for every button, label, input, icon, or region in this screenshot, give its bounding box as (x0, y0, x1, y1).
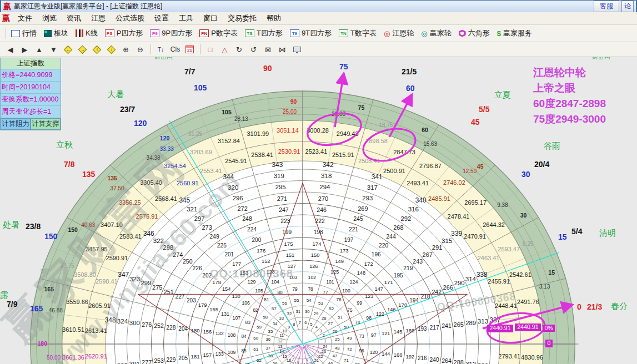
svg-text:144: 144 (382, 351, 390, 357)
zoom-out[interactable]: ⊖ (133, 44, 147, 55)
calc-resistance-button[interactable]: 计算阻力 (1, 118, 31, 130)
svg-text:129: 129 (248, 279, 256, 285)
svg-text:18: 18 (298, 362, 302, 364)
svg-text:204: 204 (178, 326, 188, 332)
collapse-tool[interactable]: ⋈ (275, 44, 289, 55)
svg-text:2793.41: 2793.41 (498, 353, 520, 360)
triangle-tool[interactable]: △ (218, 44, 232, 55)
svg-text:203: 203 (187, 297, 196, 304)
toolbar-button-9P四方形[interactable]: P99P四方形 (147, 27, 195, 39)
svg-text:172: 172 (364, 261, 373, 267)
svg-text:146: 146 (387, 307, 396, 312)
drawing-toolbar: ◀▶▲▼←→↑↓⊕⊖T↓Cls21□△↻↺⊠⋈ (0, 42, 637, 57)
svg-text:17: 17 (292, 361, 296, 364)
svg-text:152: 152 (262, 259, 270, 264)
toolbar-button-行情[interactable]: 行情 (8, 27, 39, 39)
square-tool[interactable]: □ (203, 44, 217, 55)
svg-text:58: 58 (263, 315, 268, 320)
svg-text:109: 109 (228, 350, 236, 355)
step-up[interactable]: ↑ (90, 44, 104, 55)
svg-text:98: 98 (366, 315, 372, 321)
svg-text:54: 54 (307, 298, 312, 303)
svg-text:4: 4 (315, 325, 318, 330)
svg-text:2538.41: 2538.41 (251, 151, 273, 158)
annotation-line-3: 75度2949-3000 (533, 112, 606, 127)
menu-item-9[interactable]: 帮助 (262, 13, 286, 23)
step-right[interactable]: → (76, 44, 89, 55)
toolbar-separator (6, 28, 6, 39)
svg-text:60: 60 (253, 336, 258, 341)
svg-text:130: 130 (232, 294, 240, 299)
svg-text:313: 313 (478, 317, 488, 325)
toolbar-button-赢家服务[interactable]: $赢家服务 (494, 27, 535, 39)
svg-text:171: 171 (384, 279, 393, 285)
svg-text:24: 24 (323, 344, 327, 349)
forum-button[interactable]: 论 (621, 1, 634, 12)
svg-text:2493.41: 2493.41 (407, 180, 429, 186)
svg-text:77: 77 (323, 290, 328, 295)
toolbar-button-K线[interactable]: K线 (73, 27, 101, 39)
nav-right[interactable]: ▶ (18, 44, 32, 55)
nav-down[interactable]: ▼ (47, 44, 61, 55)
menu-item-0[interactable]: 文件 (13, 13, 37, 23)
customer-service-button[interactable]: 客服 (594, 1, 619, 12)
toolbar-button-赢家轮[interactable]: ◎赢家轮 (418, 27, 454, 39)
nav-left[interactable]: ◀ (3, 44, 17, 55)
svg-text:48: 48 (335, 346, 340, 351)
toolbar-button-T四方形[interactable]: TST四方形 (242, 27, 285, 39)
svg-text:178: 178 (212, 279, 221, 285)
step-down[interactable]: ↓ (104, 44, 118, 55)
menu-item-2[interactable]: 资讯 (62, 13, 86, 23)
gann-wheel-chart-area[interactable]: 1234567891011121314151617181920212223242… (0, 57, 637, 364)
zoom-in[interactable]: ⊕ (119, 44, 133, 55)
clear-tool[interactable]: ⊠ (261, 44, 275, 55)
menu-item-8[interactable]: 交易委托 (223, 13, 262, 23)
svg-text:86: 86 (245, 362, 251, 364)
toolbar-button-9T四方形[interactable]: T99T四方形 (287, 27, 334, 39)
svg-text:30: 30 (520, 212, 527, 219)
price-time-toggle[interactable]: T↓ (154, 44, 168, 55)
toolbar-button-P数字表[interactable]: PNP数字表 (197, 27, 240, 39)
rotate-cw[interactable]: ↻ (232, 44, 246, 55)
menu-item-5[interactable]: 设置 (149, 13, 174, 23)
step-left[interactable]: ← (61, 44, 75, 55)
nav-up[interactable]: ▲ (32, 44, 46, 55)
screen-tool[interactable] (290, 44, 304, 55)
cls-button[interactable]: Cls (168, 44, 182, 55)
svg-text:2695.17: 2695.17 (464, 199, 486, 206)
toolbar-button-江恩轮[interactable]: ◎江恩轮 (381, 27, 417, 39)
toolbar-button-板块[interactable]: 板块 (41, 27, 71, 39)
svg-text:28: 28 (322, 316, 327, 321)
svg-text:205: 205 (178, 355, 188, 361)
svg-text:194: 194 (409, 297, 419, 304)
hexagon-icon (459, 30, 466, 37)
toolbar-button-六角形[interactable]: 六角形 (456, 27, 493, 39)
rotate-ccw[interactable]: ↺ (247, 44, 260, 55)
svg-text:76: 76 (336, 297, 342, 302)
menu-item-7[interactable]: 窗口 (198, 13, 223, 23)
calendar-button[interactable]: 21 (183, 44, 197, 55)
svg-text:55: 55 (294, 298, 299, 303)
svg-text:177: 177 (232, 261, 241, 267)
svg-text:247: 247 (279, 206, 289, 213)
svg-text:168: 168 (394, 352, 403, 358)
symbol-info-panel: 上证指数 价格=2440.9099时间=20190104变换系数=1.00000… (0, 58, 61, 130)
svg-text:346: 346 (143, 230, 154, 237)
menu-item-4[interactable]: 公式选股 (111, 13, 149, 23)
menu-item-1[interactable]: 浏览 (37, 13, 62, 23)
svg-text:192: 192 (405, 353, 414, 360)
svg-text:133: 133 (215, 351, 224, 357)
svg-text:8: 8 (293, 322, 295, 327)
menu-item-6[interactable]: 工具 (174, 13, 198, 23)
svg-text:195: 195 (394, 272, 403, 279)
svg-text:180: 180 (191, 327, 200, 333)
svg-text:314: 314 (465, 275, 477, 282)
svg-text:149: 149 (335, 259, 344, 264)
toolbar-label: T数字表 (350, 28, 377, 38)
svg-text:3: 3 (319, 328, 322, 333)
toolbar-label: T四方形 (257, 28, 283, 38)
calc-support-button[interactable]: 计算支撑 (31, 118, 61, 130)
toolbar-button-T数字表[interactable]: TNT数字表 (336, 27, 379, 39)
toolbar-button-P四方形[interactable]: PSP四方形 (102, 27, 146, 39)
menu-item-3[interactable]: 江恩 (86, 13, 111, 23)
